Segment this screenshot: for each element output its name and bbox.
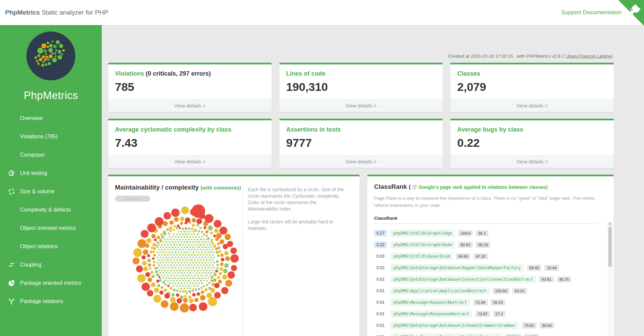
sidebar-item-label: Complexity & defects [20, 207, 71, 213]
branch-arrows-icon [8, 298, 15, 305]
classrank-row: 0.01phpOMS\DataStorage\Database\Schema\G… [374, 320, 597, 331]
classrank-value: 0.02 [374, 264, 387, 271]
metric-badge-1: 75.91 [522, 322, 536, 329]
support-documentation-link[interactable]: Support Documentation [561, 0, 622, 25]
classrank-description: Page Rank is a way to measure the import… [374, 195, 607, 209]
unit-testing-icon [8, 170, 15, 177]
metric-badge-1: 72.87 [475, 311, 490, 317]
classrank-value: 0.01 [374, 299, 387, 306]
stat-card-average-bugs-by-class: Average bugs by class0.22View details > [450, 119, 614, 168]
sidebar-item-overview[interactable]: Overview [0, 109, 102, 127]
metric-badge-2: 54.31 [512, 288, 527, 294]
class-name-link[interactable]: phpOMS\Message\ResponseAbstract [390, 310, 472, 318]
metric-badge-1: 59.42 [527, 265, 542, 271]
class-name-link[interactable]: phpOMS\DataStorage\Database\Mapper\DataM… [390, 264, 524, 272]
author-link[interactable]: Jean-François Lépine [567, 54, 611, 59]
class-name-link[interactable]: phpOMS\Application\ApplicationAbstract [390, 287, 490, 295]
classrank-row: 0.02phpOMS\DataStorage\Database\Mapper\D… [374, 262, 597, 274]
class-name-link[interactable]: phpOMS\Stdlib\Graph\Edge [390, 230, 455, 237]
metric-badge-1: 82.81 [458, 242, 473, 248]
metric-badge-1: 72.44 [473, 299, 488, 305]
stat-card-value: 7.43 [115, 136, 265, 150]
class-name-link[interactable]: phpOMS\DataStorage\Database\Schema\Gramm… [390, 322, 519, 329]
metric-badge-1: 110.01 [505, 334, 521, 336]
view-details-link[interactable]: View details > [108, 155, 272, 168]
sidebar-app-name: PhpMetrics [0, 90, 102, 102]
brand-name: PhpMetrics [5, 9, 40, 16]
view-details-link[interactable]: View details > [279, 155, 443, 168]
sidebar-item-label: Unit testing [20, 170, 47, 176]
maintainability-warning-text: Large red circles will be probably hard … [248, 219, 345, 232]
coupling-icon [8, 261, 15, 268]
sidebar-item-package-relations[interactable]: Package relations [0, 292, 102, 311]
sidebar-item-label: Coupling [20, 262, 41, 268]
stat-card-title: Average cyclomatic complexity by class [115, 126, 265, 133]
download-button[interactable]: download [115, 196, 150, 202]
classrank-row: 0.01phpOMS\Message\ResponseAbstract72.87… [374, 308, 597, 320]
sidebar-item-complexity-defects[interactable]: Complexity & defects [0, 201, 102, 219]
view-details-link[interactable]: View details > [279, 99, 443, 112]
phpmetrics-logo [26, 31, 76, 81]
stat-card-grid: Violations(0 criticals, 297 errors)785Vi… [108, 63, 614, 168]
sidebar-item-composer[interactable]: Composer [0, 146, 102, 164]
view-details-link[interactable]: View details > [450, 155, 614, 168]
maintainability-bubble-chart[interactable] [130, 202, 242, 317]
metric-badge-2: 36.16 [476, 242, 490, 248]
classrank-row: 0.01phpOMS\Application\ApplicationAbstra… [374, 285, 597, 297]
classrank-value: 0.01 [374, 311, 387, 317]
classrank-value: 0.01 [374, 334, 387, 336]
brand-tagline: Static analyzer for PHP [40, 9, 108, 16]
sidebar-item-object-relations[interactable]: Object relations [0, 237, 102, 256]
view-details-link[interactable]: View details > [108, 99, 272, 112]
metric-badge-1: 94.65 [456, 253, 470, 259]
stat-card-average-cyclomatic-complexity-by-class: Average cyclomatic complexity by class7.… [108, 119, 272, 168]
sidebar-item-package-oriented-metrics[interactable]: Package oriented metrics [0, 274, 102, 292]
pie-chart-icon [8, 280, 15, 286]
sidebar-item-label: Package oriented metrics [20, 280, 81, 286]
class-name-link[interactable]: phpOMS\Stdlib\Graph\Node [390, 241, 455, 249]
sidebar-item-label: Object relations [20, 243, 58, 249]
classrank-table: ClassRank 0.27phpOMS\Stdlib\Graph\Edge10… [374, 216, 607, 336]
classrank-title: ClassRank ( Google's page rank applied t… [374, 183, 607, 191]
view-details-link[interactable]: View details > [450, 99, 614, 112]
maintainability-card: Maintainability / complexity (with comme… [108, 175, 359, 336]
created-at-text: Created at 2023-10-18 17:00:15 , with PH… [448, 54, 567, 59]
scrollbar-thumb[interactable] [608, 227, 612, 267]
size-volume-icon [8, 188, 15, 195]
class-name-link[interactable]: phpOMS\DataStorage\Database\Connection\C… [390, 276, 536, 283]
github-octocat-icon [618, 0, 644, 26]
stat-card-title: Lines of code [286, 70, 436, 77]
classrank-row: 0.02phpOMS\DataStorage\Database\Connecti… [374, 274, 597, 285]
class-name-link[interactable]: phpOMS\Stdlib\Base\Enum [390, 253, 453, 260]
sidebar-item-coupling[interactable]: Coupling [0, 256, 102, 274]
classrank-value: 0.22 [374, 241, 387, 248]
sidebar-item-object-oriented-metrics[interactable]: Object oriented metrics [0, 219, 102, 237]
classrank-scrollbar[interactable]: ▲ [608, 221, 612, 336]
metric-badge-1: 93.81 [539, 276, 554, 282]
github-corner-ribbon[interactable] [618, 0, 644, 26]
metric-badge-2: 47.32 [473, 253, 488, 259]
classrank-value: 0.01 [374, 288, 387, 294]
classrank-value: 0.01 [374, 322, 387, 329]
maintainability-subtitle: (with comments) [200, 185, 241, 191]
classrank-value: 0.02 [374, 276, 387, 283]
classrank-row: 0.03phpOMS\Stdlib\Base\Enum94.6547.32 [374, 251, 597, 262]
app-header: PhpMetrics Static analyzer for PHP Suppo… [0, 0, 644, 25]
sidebar-item-label: Package relations [20, 298, 63, 304]
sidebar-item-size-volume[interactable]: Size & volume [0, 182, 102, 201]
classrank-info-link[interactable]: Google's page rank applied to relations … [418, 184, 548, 190]
stat-card-classes: Classes2,079View details > [450, 63, 614, 112]
sidebar-item-violations-785[interactable]: Violations (785) [0, 127, 102, 146]
metric-badge-2: 41.35 [524, 334, 539, 336]
classrank-row: 0.01phpOMS\Message\RequestAbstract72.442… [374, 297, 597, 308]
sidebar-item-unit-testing[interactable]: Unit testing [0, 164, 102, 182]
class-name-link[interactable]: phpOMS\Message\RequestAbstract [390, 299, 470, 306]
sidebar-nav: OverviewViolations (785)ComposerUnit tes… [0, 109, 102, 311]
scrollbar-up-arrow-icon[interactable]: ▲ [608, 221, 612, 226]
app-brand: PhpMetrics Static analyzer for PHP [5, 0, 108, 25]
stat-card-title: Average bugs by class [457, 126, 607, 133]
classrank-row: 0.01phpOMS\DataStorage\Database\BuilderA… [374, 331, 597, 336]
metric-badge-1: 103.64 [493, 288, 509, 294]
sidebar: PhpMetrics OverviewViolations (785)Compo… [0, 25, 102, 336]
class-name-link[interactable]: phpOMS\DataStorage\Database\BuilderAbstr… [390, 333, 502, 336]
